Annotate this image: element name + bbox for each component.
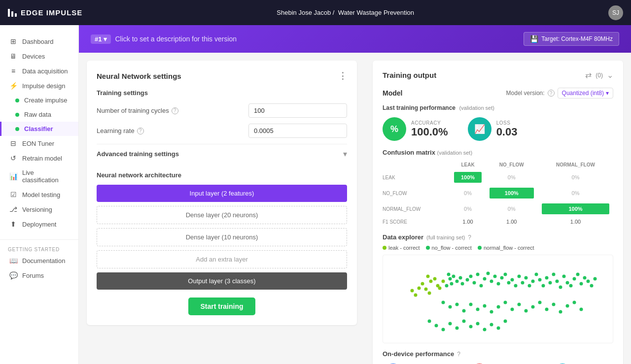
perf-sub: (validation set) (459, 105, 494, 111)
output-count: (0) (596, 72, 603, 79)
expand-icon[interactable]: ⌄ (607, 70, 613, 80)
scatter-dot (504, 272, 507, 276)
scatter-dot (433, 277, 437, 281)
conf-cell: 0% (486, 169, 538, 185)
more-icon[interactable]: ⋮ (338, 70, 347, 81)
training-output-card: Training output ⇄ (0) ⌄ Model Model vers… (373, 61, 623, 364)
avatar[interactable]: SJ (608, 5, 623, 20)
sidebar-item-forums[interactable]: 💬 Forums (0, 268, 78, 283)
model-version-help-icon[interactable]: ? (548, 90, 555, 97)
device-perf-help-icon[interactable]: ? (457, 351, 460, 358)
scatter-dot (525, 309, 528, 312)
wifi-icon[interactable]: ⇄ (585, 70, 592, 80)
row-label-noflow: NO_FLOW (383, 185, 450, 201)
model-version-value: Quantized (int8) (562, 90, 604, 97)
dense-layer-1[interactable]: Dense layer (20 neurons) (97, 206, 347, 224)
sidebar-item-label: Impulse design (22, 82, 65, 90)
scatter-dot (414, 294, 418, 297)
sidebar-item-retrain-model[interactable]: ↺ Retrain model (0, 151, 78, 165)
model-version-select[interactable]: Quantized (int8) ▾ (558, 88, 613, 99)
learning-rate-input[interactable] (248, 124, 347, 138)
confusion-heading: Confusion matrix (validation set) (383, 149, 613, 156)
model-row: Model Model version: ? Quantized (int8) … (383, 88, 613, 99)
output-layer[interactable]: Output layer (3 classes) (97, 272, 347, 290)
scatter-dot (594, 277, 597, 281)
device-perf-section: On-device performance ? ⏱ INFERENCING TI… (383, 350, 613, 364)
scatter-dot (587, 279, 590, 283)
col-normalflow: NORMAL_FLOW (538, 160, 613, 169)
sliders-icon: ⊟ (9, 139, 17, 147)
sidebar-item-devices[interactable]: 🖥 Devices (0, 49, 78, 64)
advanced-settings-row[interactable]: Advanced training settings ▾ (97, 144, 347, 164)
sidebar-item-model-testing[interactable]: ☑ Model testing (0, 187, 78, 202)
scatter-dot (504, 300, 507, 304)
sidebar-item-label: Create impulse (24, 97, 67, 104)
legend-item-normalflow: normal_flow - correct (478, 245, 534, 251)
perf-heading: Last training performance (validation se… (383, 104, 613, 111)
scatter-dot (549, 281, 552, 284)
accuracy-icon-circle: % (383, 117, 406, 141)
version-badge[interactable]: #1 ▾ (91, 34, 111, 44)
row-label-leak: LEAK (383, 169, 450, 185)
username: Shebin Jose Jacob (277, 9, 331, 16)
scatter-dot (573, 300, 576, 304)
training-cycles-text: Number of training cycles (97, 107, 169, 114)
add-layer-btn[interactable]: Add an extra layer (97, 250, 347, 268)
nn-settings-card: Neural Network settings ⋮ Training setti… (87, 61, 357, 325)
sidebar-item-versioning[interactable]: ⎇ Versioning (0, 202, 78, 217)
sidebar-item-classifier[interactable]: Classifier (0, 122, 78, 136)
sidebar-item-deployment[interactable]: ⬆ Deployment (0, 217, 78, 232)
scatter-dot (447, 272, 451, 276)
sidebar-item-raw-data[interactable]: Raw data (0, 107, 78, 122)
sidebar-item-eon-tuner[interactable]: ⊟ EON Tuner (0, 136, 78, 151)
sidebar-item-data-acquisition[interactable]: ≡ Data acquisition (0, 64, 78, 78)
scatter-dot (462, 319, 466, 323)
scatter-dot (483, 328, 487, 331)
scatter-dot (552, 272, 556, 276)
target-button[interactable]: 💾 Target: Cortex-M4F 80MHz (524, 32, 619, 46)
scatter-dot (424, 288, 428, 291)
sidebar-item-create-impulse[interactable]: Create impulse (0, 93, 78, 107)
col-leak: LEAK (450, 160, 485, 169)
scatter-dot (580, 308, 583, 311)
learning-rate-row: Learning rate ? (97, 124, 347, 138)
conf-cell: 0% (450, 201, 485, 217)
learning-rate-label: Learning rate ? (97, 127, 144, 134)
learning-rate-help-icon[interactable]: ? (137, 128, 144, 134)
input-layer[interactable]: Input layer (2 features) (97, 185, 347, 202)
start-training-button[interactable]: Start training (188, 298, 255, 315)
left-panel: Neural Network settings ⋮ Training setti… (79, 53, 365, 364)
sidebar-item-documentation[interactable]: 📖 Documentation (0, 253, 78, 268)
scatter-dot (490, 279, 493, 283)
output-header: Training output ⇄ (0) ⌄ (383, 70, 613, 80)
monitor-icon: 🖥 (9, 52, 17, 60)
training-cycles-input[interactable] (248, 103, 347, 118)
scatter-dot (445, 284, 449, 288)
sidebar-item-impulse-design[interactable]: ⚡ Impulse design (0, 78, 78, 93)
scatter-dot (476, 272, 480, 276)
model-title: Model (383, 89, 402, 97)
accuracy-label: ACCURACY (411, 120, 448, 126)
scatter-dot (476, 322, 480, 325)
explorer-help-icon[interactable]: ? (468, 234, 471, 241)
sidebar-item-live-classification[interactable]: 📊 Live classification (0, 165, 78, 187)
scatter-dot (542, 284, 545, 288)
dense-layer-2[interactable]: Dense layer (10 neurons) (97, 228, 347, 246)
scatter-dot (456, 279, 459, 283)
project-name: Water Wastage Prevention (338, 9, 414, 16)
accuracy-value: 100.0% (411, 126, 448, 138)
book-icon: 📖 (9, 257, 17, 265)
f1-cell: 1.00 (450, 217, 485, 227)
confusion-row-normalflow: NORMAL_FLOW 0% 0% 100% (383, 201, 613, 217)
scatter-dot (580, 282, 583, 285)
project-info: Shebin Jose Jacob / Water Wastage Preven… (277, 9, 414, 16)
topbar: EDGE IMPULSE Shebin Jose Jacob / Water W… (0, 0, 631, 25)
training-cycles-help-icon[interactable]: ? (172, 107, 178, 114)
chevron-down-icon: ▾ (104, 35, 107, 43)
confusion-row-f1: F1 SCORE 1.00 1.00 1.00 (383, 217, 613, 227)
version-description[interactable]: Click to set a description for this vers… (115, 35, 237, 43)
sidebar-item-dashboard[interactable]: ⊞ Dashboard (0, 34, 78, 49)
status-dot (15, 113, 19, 117)
scatter-dot (483, 277, 487, 281)
layers-icon: ≡ (9, 67, 17, 75)
